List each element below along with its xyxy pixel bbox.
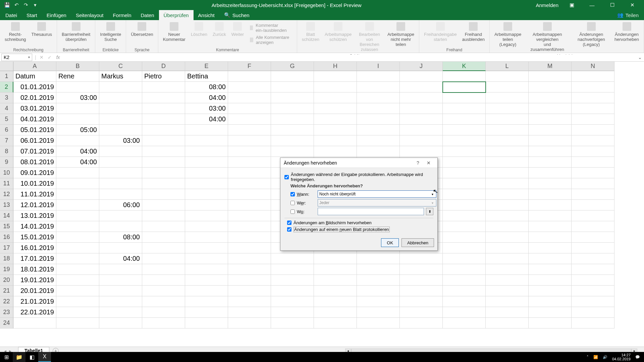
cell[interactable] bbox=[572, 135, 614, 146]
cell[interactable] bbox=[443, 264, 486, 275]
cell[interactable] bbox=[271, 275, 314, 286]
cell[interactable] bbox=[185, 307, 228, 318]
row-header-14[interactable]: 14 bbox=[0, 210, 13, 221]
cell[interactable] bbox=[142, 296, 185, 307]
cell[interactable] bbox=[314, 146, 357, 157]
ribbon-barrierefreiheit-überprüfen[interactable]: Barrierefreiheitüberprüfen bbox=[59, 21, 93, 47]
cell[interactable] bbox=[185, 200, 228, 210]
col-header-N[interactable]: N bbox=[572, 62, 614, 71]
cell[interactable] bbox=[357, 114, 400, 125]
dialog-help-button[interactable]: ? bbox=[413, 160, 423, 166]
row-header-18[interactable]: 18 bbox=[0, 253, 13, 264]
range-picker-icon[interactable]: ⬆ bbox=[426, 208, 433, 215]
close-icon[interactable]: ✕ bbox=[626, 2, 639, 8]
col-header-L[interactable]: L bbox=[486, 62, 529, 71]
cell[interactable] bbox=[56, 221, 99, 232]
cell[interactable] bbox=[486, 200, 529, 210]
taskbar-clock[interactable]: 14:27 04.02.2019 bbox=[612, 353, 631, 361]
file-explorer-icon[interactable]: 📁 bbox=[13, 352, 25, 362]
cell[interactable] bbox=[529, 253, 572, 264]
cell[interactable] bbox=[443, 275, 486, 286]
cell[interactable] bbox=[314, 135, 357, 146]
cell[interactable]: 18.01.2019 bbox=[13, 264, 56, 275]
cell[interactable] bbox=[572, 189, 614, 200]
cell[interactable] bbox=[572, 243, 614, 253]
cell[interactable] bbox=[271, 103, 314, 114]
cell[interactable]: 14.01.2019 bbox=[13, 221, 56, 232]
col-header-K[interactable]: K bbox=[443, 62, 486, 71]
cell[interactable] bbox=[271, 296, 314, 307]
row-header-6[interactable]: 6 bbox=[0, 125, 13, 135]
cell[interactable] bbox=[443, 221, 486, 232]
row-header-20[interactable]: 20 bbox=[0, 275, 13, 286]
cell[interactable] bbox=[314, 318, 357, 328]
cell[interactable] bbox=[228, 264, 271, 275]
cell[interactable] bbox=[228, 318, 271, 328]
cell[interactable] bbox=[142, 286, 185, 296]
cell[interactable] bbox=[443, 318, 486, 328]
row-header-8[interactable]: 8 bbox=[0, 146, 13, 157]
tab-einfügen[interactable]: Einfügen bbox=[42, 10, 71, 20]
cell[interactable] bbox=[314, 114, 357, 125]
cell[interactable]: 02.01.2019 bbox=[13, 93, 56, 103]
tab-datei[interactable]: Datei bbox=[1, 10, 22, 20]
cell[interactable] bbox=[400, 93, 443, 103]
cell[interactable] bbox=[56, 135, 99, 146]
row-header-7[interactable]: 7 bbox=[0, 135, 13, 146]
cell[interactable] bbox=[357, 71, 400, 82]
cell[interactable] bbox=[99, 221, 142, 232]
cell[interactable] bbox=[185, 221, 228, 232]
cell[interactable] bbox=[185, 286, 228, 296]
cell[interactable] bbox=[228, 210, 271, 221]
cell[interactable]: 03.01.2019 bbox=[13, 103, 56, 114]
cell[interactable]: Bettina bbox=[185, 71, 228, 82]
tab-ansicht[interactable]: Ansicht bbox=[194, 10, 219, 20]
cell[interactable]: Rene bbox=[56, 71, 99, 82]
cell[interactable] bbox=[142, 264, 185, 275]
cell[interactable] bbox=[486, 318, 529, 328]
name-box[interactable]: K2 ▾ bbox=[1, 54, 32, 61]
row-header-5[interactable]: 5 bbox=[0, 114, 13, 125]
chevron-down-icon[interactable]: ▾ bbox=[28, 55, 30, 59]
tray-expand-icon[interactable]: ˄ bbox=[587, 355, 589, 359]
cell[interactable] bbox=[228, 125, 271, 135]
col-header-M[interactable]: M bbox=[529, 62, 572, 71]
formula-input[interactable] bbox=[63, 55, 636, 60]
ribbon-side-item[interactable]: Kommentar ein-/ausblenden bbox=[250, 23, 291, 33]
cell[interactable] bbox=[529, 232, 572, 243]
cell[interactable] bbox=[357, 307, 400, 318]
cell[interactable] bbox=[142, 200, 185, 210]
cell[interactable] bbox=[443, 286, 486, 296]
cell[interactable] bbox=[400, 307, 443, 318]
cell[interactable] bbox=[271, 286, 314, 296]
cell[interactable] bbox=[529, 71, 572, 82]
cell[interactable] bbox=[443, 200, 486, 210]
cell[interactable] bbox=[56, 264, 99, 275]
cell[interactable] bbox=[228, 93, 271, 103]
cell[interactable]: 01.01.2019 bbox=[13, 82, 56, 93]
when-dropdown[interactable] bbox=[318, 190, 436, 198]
row-header-24[interactable]: 24 bbox=[0, 318, 13, 328]
row-header-12[interactable]: 12 bbox=[0, 189, 13, 200]
cell[interactable] bbox=[357, 264, 400, 275]
row-header-1[interactable]: 1 bbox=[0, 71, 13, 82]
cell[interactable] bbox=[142, 189, 185, 200]
cell[interactable] bbox=[228, 103, 271, 114]
cell[interactable] bbox=[56, 286, 99, 296]
cell[interactable] bbox=[99, 307, 142, 318]
cell[interactable] bbox=[443, 103, 486, 114]
cell[interactable]: 07.01.2019 bbox=[13, 146, 56, 157]
cell[interactable] bbox=[99, 210, 142, 221]
cell[interactable] bbox=[56, 189, 99, 200]
cell[interactable]: 09.01.2019 bbox=[13, 168, 56, 178]
cell[interactable] bbox=[142, 275, 185, 286]
cell[interactable] bbox=[56, 210, 99, 221]
cell[interactable]: 03:00 bbox=[99, 135, 142, 146]
row-header-3[interactable]: 3 bbox=[0, 93, 13, 103]
cell[interactable] bbox=[486, 264, 529, 275]
cell[interactable] bbox=[486, 232, 529, 243]
cell[interactable] bbox=[486, 307, 529, 318]
cell[interactable] bbox=[486, 157, 529, 168]
start-button[interactable]: ⊞ bbox=[0, 352, 13, 362]
cell[interactable] bbox=[185, 243, 228, 253]
